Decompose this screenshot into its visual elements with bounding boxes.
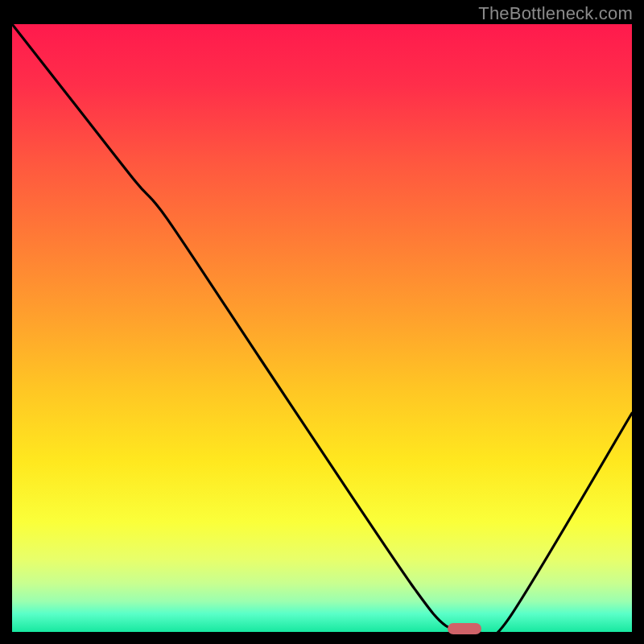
curve-svg bbox=[12, 24, 632, 632]
chart-frame: TheBottleneck.com bbox=[0, 0, 644, 644]
plot-area bbox=[12, 24, 632, 632]
watermark-text: TheBottleneck.com bbox=[478, 3, 633, 24]
bottleneck-curve-path bbox=[12, 24, 632, 632]
optimal-marker bbox=[448, 623, 481, 634]
